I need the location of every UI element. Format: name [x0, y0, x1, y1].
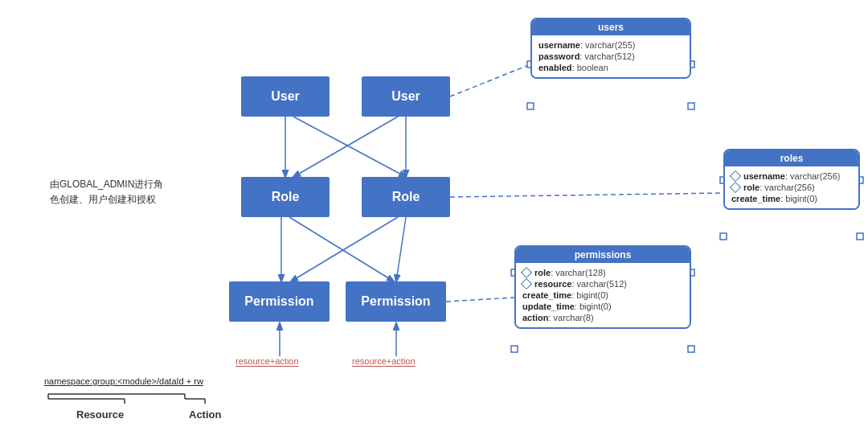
- roles-table: roles username : varchar(256) role : var…: [723, 149, 860, 210]
- permissions-table-body: role : varchar(128) resource : varchar(5…: [516, 263, 690, 327]
- svg-rect-18: [720, 233, 727, 240]
- user2-box: User: [362, 76, 450, 117]
- roles-table-header: roles: [725, 150, 858, 166]
- permissions-field-update-time: update_time : bigint(0): [522, 302, 683, 311]
- svg-rect-16: [688, 103, 694, 109]
- svg-line-1: [293, 117, 406, 177]
- chinese-label: 由GLOBAL_ADMIN进行角色创建、用户创建和授权: [50, 177, 178, 207]
- roles-table-body: username : varchar(256) role : varchar(2…: [725, 166, 858, 208]
- svg-line-7: [291, 217, 398, 281]
- users-table: users username : varchar(255) password :…: [530, 18, 691, 79]
- svg-line-5: [289, 217, 394, 281]
- users-field-password: password : varchar(512): [538, 51, 683, 61]
- namespace-label: namespace:group:<module>/dataId + rw: [44, 376, 203, 386]
- roles-field-role: role : varchar(256): [731, 183, 852, 192]
- roles-field-username: username : varchar(256): [731, 171, 852, 181]
- svg-rect-20: [857, 233, 863, 240]
- perm1-box: Permission: [229, 281, 330, 322]
- role2-box: Role: [362, 177, 450, 217]
- permissions-field-role: role : varchar(128): [522, 268, 683, 277]
- role1-box: Role: [241, 177, 330, 217]
- svg-line-3: [293, 117, 398, 177]
- svg-line-6: [396, 217, 406, 281]
- users-field-username: username : varchar(255): [538, 40, 683, 50]
- roles-field-create-time: create_time : bigint(0): [731, 194, 852, 203]
- svg-line-12: [446, 298, 514, 302]
- resource-action-label-1: resource+action: [235, 356, 299, 366]
- resource-action-label-2: resource+action: [352, 356, 416, 366]
- user1-box: User: [241, 76, 330, 117]
- permissions-field-action: action : varchar(8): [522, 313, 683, 322]
- resource-bottom-label: Resource: [76, 409, 124, 421]
- permissions-table: permissions role : varchar(128) resource…: [514, 245, 691, 329]
- perm2-box: Permission: [346, 281, 446, 322]
- users-table-body: username : varchar(255) password : varch…: [532, 35, 690, 77]
- svg-rect-24: [688, 346, 694, 352]
- permissions-field-create-time: create_time : bigint(0): [522, 290, 683, 300]
- action-bottom-label: Action: [189, 409, 221, 421]
- users-table-header: users: [532, 19, 690, 35]
- svg-rect-22: [511, 346, 518, 352]
- svg-rect-14: [527, 103, 534, 109]
- svg-line-10: [450, 64, 530, 96]
- diagram-container: User User Role Role Permission Permissio…: [0, 0, 868, 427]
- users-field-enabled: enabled : boolean: [538, 63, 683, 72]
- permissions-field-resource: resource : varchar(512): [522, 279, 683, 289]
- svg-line-11: [450, 193, 723, 197]
- permissions-table-header: permissions: [516, 247, 690, 263]
